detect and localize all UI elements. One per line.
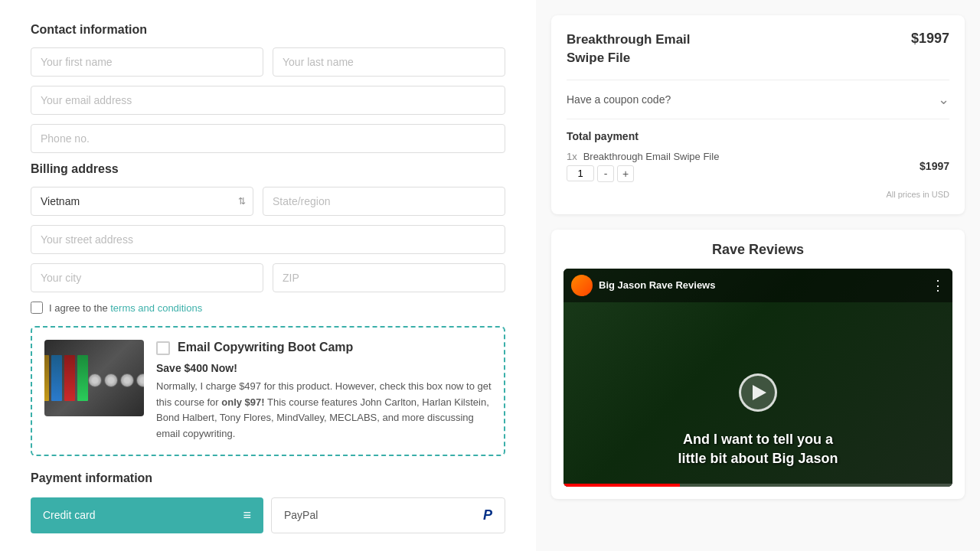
book-1: [44, 355, 49, 401]
line-item-qty: 1x: [567, 151, 577, 162]
total-payment-label: Total payment: [567, 130, 949, 142]
book-2: [51, 355, 62, 401]
terms-row: I agree to the terms and conditions: [31, 302, 505, 314]
phone-input[interactable]: [31, 124, 505, 153]
disk-row: [88, 373, 144, 387]
upsell-box: Email Copywriting Boot Camp Save $400 No…: [31, 326, 505, 456]
upsell-save-label: Save $400 Now!: [156, 362, 492, 374]
play-button[interactable]: [739, 373, 777, 412]
book-3: [64, 355, 75, 401]
terms-text: I agree to the terms and conditions: [49, 302, 202, 314]
all-prices-note: All prices in USD: [567, 190, 949, 199]
video-progress-fill: [564, 484, 680, 487]
upsell-image: [44, 340, 144, 442]
city-zip-row: [31, 263, 505, 292]
upsell-description: Normally, I charge $497 for this product…: [156, 379, 492, 442]
disk-3: [120, 373, 134, 387]
order-summary-card: Breakthrough Email Swipe File $1997 Have…: [551, 15, 965, 214]
rave-reviews-title: Rave Reviews: [564, 242, 952, 258]
credit-card-icon: ≡: [243, 507, 251, 523]
payment-section-title: Payment information: [31, 471, 505, 485]
credit-card-label: Credit card: [43, 509, 95, 521]
video-player[interactable]: Big Jason Rave Reviews ⋮ And I want to t…: [564, 269, 952, 487]
billing-section-title: Billing address: [31, 162, 505, 176]
total-line-left: 1x Breakthrough Email Swipe File - +: [567, 150, 719, 182]
coupon-row[interactable]: Have a coupon code? ⌄: [567, 80, 949, 108]
disk-1: [88, 373, 102, 387]
paypal-icon: P: [483, 507, 492, 523]
order-product-price: $1997: [911, 31, 949, 47]
email-row: [31, 86, 505, 115]
disk-2: [104, 373, 118, 387]
name-row: [31, 47, 505, 77]
qty-input[interactable]: [567, 165, 594, 181]
line-item-price: $1997: [920, 160, 949, 172]
video-background: Big Jason Rave Reviews ⋮ And I want to t…: [564, 269, 952, 487]
left-panel: Contact information Billing address Viet…: [0, 0, 536, 551]
street-input[interactable]: [31, 225, 505, 254]
qty-minus-button[interactable]: -: [597, 165, 614, 182]
video-title: Big Jason Rave Reviews: [599, 279, 931, 291]
video-overlay-text: And I want to tell you a little bit abou…: [674, 430, 842, 468]
paypal-tab[interactable]: PayPal P: [271, 497, 505, 533]
video-avatar: [571, 275, 593, 296]
order-product-name: Breakthrough Email Swipe File: [567, 31, 704, 67]
chevron-down-icon: ⌄: [938, 91, 949, 108]
video-header: Big Jason Rave Reviews ⋮: [564, 269, 952, 302]
payment-tabs: Credit card ≡ PayPal P: [31, 497, 505, 533]
phone-row: [31, 124, 505, 153]
right-panel: Breakthrough Email Swipe File $1997 Have…: [536, 0, 980, 551]
total-line-item: 1x Breakthrough Email Swipe File - + $19…: [567, 150, 949, 182]
country-select[interactable]: Vietnam United States United Kingdom: [31, 187, 253, 216]
video-progress-bar: [564, 484, 952, 487]
book-stack: [44, 355, 88, 401]
video-main-area: And I want to tell you a little bit abou…: [564, 302, 952, 484]
country-state-row: Vietnam United States United Kingdom ⇅: [31, 187, 505, 216]
upsell-image-placeholder: [44, 340, 144, 416]
terms-checkbox[interactable]: [31, 302, 43, 314]
upsell-title: Email Copywriting Boot Camp: [178, 340, 353, 356]
rave-reviews-section: Rave Reviews Big Jason Rave Reviews ⋮ An…: [551, 230, 965, 500]
street-row: [31, 225, 505, 254]
credit-card-tab[interactable]: Credit card ≡: [31, 497, 263, 533]
coupon-label: Have a coupon code?: [567, 93, 671, 106]
video-menu-icon[interactable]: ⋮: [931, 277, 945, 294]
total-section: Total payment 1x Breakthrough Email Swip…: [567, 119, 949, 199]
upsell-add-checkbox[interactable]: [156, 341, 170, 355]
last-name-input[interactable]: [273, 47, 505, 77]
disk-4: [136, 373, 144, 387]
paypal-label: PayPal: [284, 509, 318, 521]
qty-controls: - +: [567, 165, 719, 182]
upsell-content: Email Copywriting Boot Camp Save $400 No…: [156, 340, 492, 442]
terms-link[interactable]: terms and conditions: [110, 302, 202, 314]
play-icon: [753, 385, 766, 400]
email-input[interactable]: [31, 86, 505, 115]
order-product-row: Breakthrough Email Swipe File $1997: [567, 31, 949, 67]
book-4: [77, 355, 88, 401]
contact-section-title: Contact information: [31, 23, 505, 37]
state-input[interactable]: [263, 187, 505, 216]
line-item-name: Breakthrough Email Swipe File: [583, 151, 720, 162]
country-select-wrapper: Vietnam United States United Kingdom ⇅: [31, 187, 253, 216]
first-name-input[interactable]: [31, 47, 263, 77]
city-input[interactable]: [31, 263, 263, 292]
upsell-checkbox-row: Email Copywriting Boot Camp: [156, 340, 492, 356]
qty-plus-button[interactable]: +: [617, 165, 634, 182]
zip-input[interactable]: [273, 263, 505, 292]
